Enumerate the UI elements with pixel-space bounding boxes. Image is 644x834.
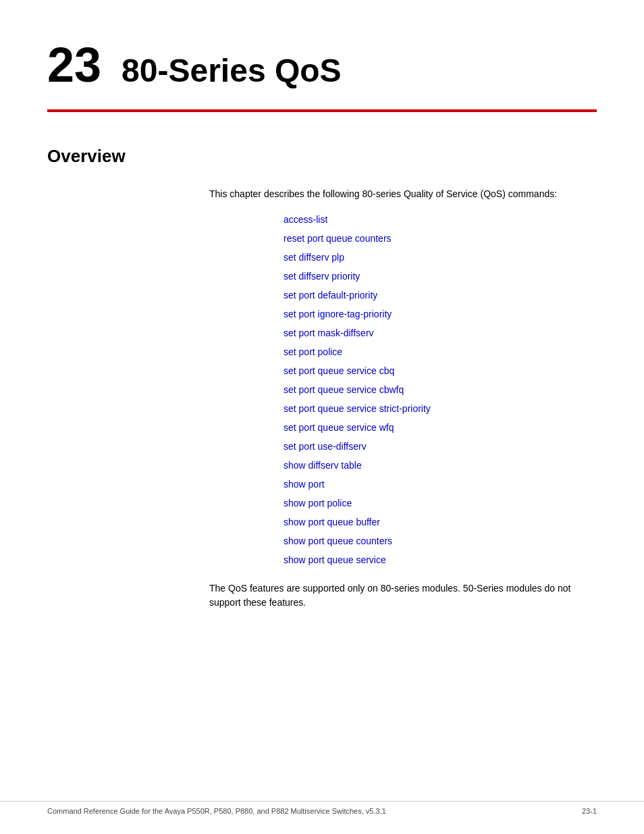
command-link[interactable]: reset port queue counters [284,234,597,243]
command-link[interactable]: set port queue service cbq [284,366,597,375]
command-link[interactable]: set port mask-diffserv [284,328,597,338]
chapter-header: 23 80-Series QoS [0,0,644,103]
command-link[interactable]: set diffserv plp [284,253,597,262]
command-link[interactable]: set port use-diffserv [284,442,597,451]
command-link[interactable]: set port queue service cbwfq [284,385,597,394]
command-link[interactable]: set port default-priority [284,290,597,300]
footer-page-num: 23-1 [582,807,597,815]
command-link[interactable]: show port police [284,498,597,508]
command-link[interactable]: set diffserv priority [284,271,597,281]
page-container: 23 80-Series QoS Overview This chapter d… [0,0,644,834]
footer-doc-title: Command Reference Guide for the Avaya P5… [47,807,386,815]
chapter-title: 80-Series QoS [122,55,342,87]
command-link[interactable]: set port ignore-tag-priority [284,309,597,319]
command-link[interactable]: show port queue service [284,555,597,565]
command-link[interactable]: set port police [284,347,597,357]
content-area: This chapter describes the following 80-… [0,187,644,610]
command-link[interactable]: set port queue service strict-priority [284,404,597,413]
command-link[interactable]: show port queue counters [284,536,597,546]
command-link[interactable]: set port queue service wfq [284,423,597,432]
red-divider [47,109,597,112]
command-link[interactable]: show port queue buffer [284,517,597,527]
command-link[interactable]: show port [284,479,597,489]
chapter-number: 23 [47,41,101,89]
commands-list: access-listreset port queue countersset … [47,215,597,565]
command-link[interactable]: access-list [284,215,597,224]
page-footer: Command Reference Guide for the Avaya P5… [0,801,644,820]
footer-paragraph: The QoS features are supported only on 8… [47,581,597,610]
intro-text: This chapter describes the following 80-… [47,187,597,201]
command-link[interactable]: show diffserv table [284,461,597,470]
section-title: Overview [0,132,644,187]
